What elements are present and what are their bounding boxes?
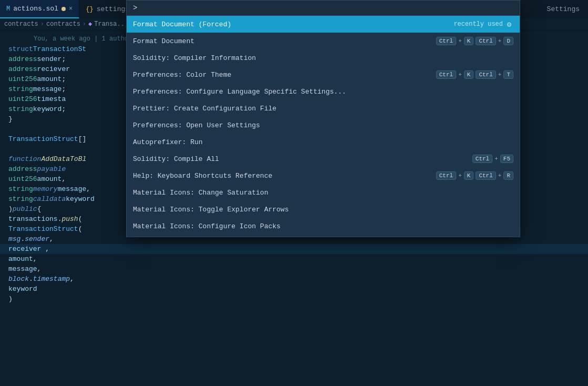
cmd-item-open-user-settings[interactable]: Preferences: Open User Settings [127,117,520,134]
command-palette-input-row: > [127,1,520,16]
kbd-plus: + [458,72,462,78]
kbd-ctrl2: Ctrl [476,70,496,79]
cmd-item-meta: recently used ⚙ [453,20,513,28]
kbd-ctrl2: Ctrl [476,37,496,45]
recently-used-label: recently used [453,21,503,28]
kbd-plus2: + [498,172,502,179]
command-palette-prompt: > [133,4,137,12]
cmd-item-material-saturation[interactable]: Material Icons: Change Saturation [127,184,520,201]
kbd-r: R [503,171,513,180]
cmd-item-material-folder-theme[interactable]: Material Icons: Change Folder Theme [127,235,520,237]
cmd-item-label: Solidity: Compiler Information [133,54,513,62]
cmd-item-format-doc-forced[interactable]: Format Document (Forced) recently used ⚙ [127,16,520,33]
cmd-item-label: Preferences: Configure Language Specific… [133,88,513,96]
cmd-item-format-doc[interactable]: Format Document Ctrl + K Ctrl + D [127,33,520,49]
kbd-ctrl: Ctrl [436,37,456,45]
kbd-plus: + [458,172,462,179]
cmd-item-color-theme[interactable]: Preferences: Color Theme Ctrl + K Ctrl +… [127,66,520,83]
cmd-item-label: Preferences: Open User Settings [133,121,513,129]
kbd-plus2: + [498,38,502,44]
cmd-item-material-toggle-explorer[interactable]: Material Icons: Toggle Explorer Arrows [127,201,520,218]
cmd-item-label: Format Document (Forced) [133,21,453,28]
cmd-item-configure-language[interactable]: Preferences: Configure Language Specific… [127,83,520,100]
cmd-item-label: Prettier: Create Configuration File [133,105,513,113]
cmd-item-solidity-compiler[interactable]: Solidity: Compiler Information [127,49,520,66]
cmd-item-label: Help: Keyboard Shortcuts Reference [133,172,436,180]
cmd-item-label: Material Icons: Configure Icon Packs [133,222,513,230]
cmd-item-label: Autoprefixer: Run [133,138,513,146]
command-palette-input[interactable] [139,4,513,12]
kbd-t: T [503,70,513,79]
command-palette-items: Format Document (Forced) recently used ⚙… [127,16,520,237]
cmd-item-meta: Ctrl + K Ctrl + R [436,171,513,180]
kbd-ctrl: Ctrl [472,155,492,163]
kbd-plus: + [458,38,462,44]
gear-icon: ⚙ [505,20,513,28]
cmd-item-label: Material Icons: Toggle Explorer Arrows [133,206,513,214]
kbd-ctrl: Ctrl [436,171,456,180]
cmd-item-compile-all[interactable]: Solidity: Compile All Ctrl + F5 [127,150,520,167]
cmd-item-meta: Ctrl + K Ctrl + T [436,70,513,79]
cmd-item-label: Format Document [133,37,436,45]
kbd-k: K [464,171,474,180]
kbd-f5: F5 [500,155,513,163]
cmd-item-meta: Ctrl + K Ctrl + D [436,37,513,45]
kbd-plus2: + [498,72,502,78]
cmd-item-label: Material Icons: Change Saturation [133,189,513,197]
cmd-item-keyboard-shortcuts[interactable]: Help: Keyboard Shortcuts Reference Ctrl … [127,167,520,184]
kbd-ctrl2: Ctrl [476,171,496,180]
kbd-ctrl: Ctrl [436,70,456,79]
cmd-item-autoprefixer[interactable]: Autoprefixer: Run [127,134,520,150]
kbd-plus: + [494,156,498,162]
kbd-d: D [503,37,513,45]
cmd-item-prettier-config[interactable]: Prettier: Create Configuration File [127,100,520,117]
kbd-k: K [464,70,474,79]
kbd-k: K [464,37,474,45]
command-palette-overlay: > Format Document (Forced) recently used… [0,0,588,386]
cmd-item-material-configure-packs[interactable]: Material Icons: Configure Icon Packs [127,218,520,235]
command-palette: > Format Document (Forced) recently used… [126,0,520,237]
cmd-item-label: Preferences: Color Theme [133,71,436,79]
cmd-item-meta: Ctrl + F5 [472,155,513,163]
cmd-item-label: Solidity: Compile All [133,155,472,163]
